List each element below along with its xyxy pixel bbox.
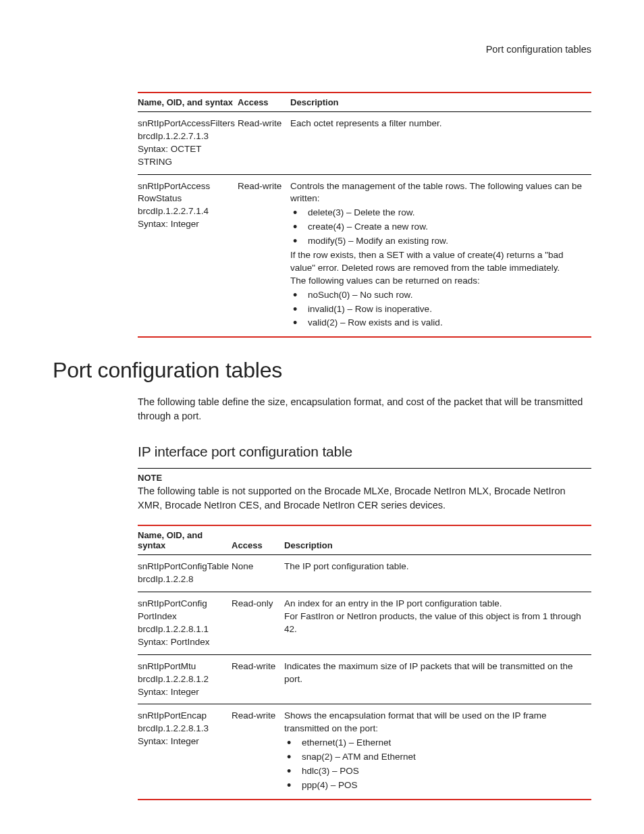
- note-block: NOTE The following table is not supporte…: [138, 468, 591, 513]
- mib-oid: brcdIp.1.2.2.8: [138, 573, 229, 586]
- cell-access: Read-write: [232, 654, 284, 704]
- list-item: snap(2) – ATM and Ethernet: [284, 751, 589, 764]
- col-header-access: Access: [232, 525, 284, 555]
- col-header-desc: Description: [284, 525, 591, 555]
- mib-syntax: Syntax: Integer: [138, 686, 229, 699]
- cell-name: snRtIpPortAccessFilters brcdIp.1.2.2.7.1…: [138, 112, 238, 175]
- desc-para: The IP port configuration table.: [284, 561, 589, 573]
- cell-name: snRtIpPortConfigTable brcdIp.1.2.2.8: [138, 555, 232, 592]
- desc-para: Each octet represents a filter number.: [290, 118, 589, 130]
- cell-access: Read-write: [238, 112, 290, 175]
- table-row: snRtIpPortAccessFilters brcdIp.1.2.2.7.1…: [138, 112, 591, 175]
- note-label: NOTE: [138, 473, 591, 483]
- list-item: hdlc(3) – POS: [284, 765, 589, 778]
- mib-name: snRtIpPortAccessRowStatus: [138, 180, 212, 206]
- mib-oid: brcdIp.1.2.2.7.1.3: [138, 130, 235, 143]
- cell-desc: The IP port configuration table.: [284, 555, 591, 592]
- desc-para: If the row exists, then a SET with a val…: [290, 249, 589, 275]
- table-1-container: Name, OID, and syntax Access Description…: [138, 92, 591, 338]
- list-item: invalid(1) – Row is inoperative.: [290, 303, 589, 316]
- table-row: snRtIpPortConfigPortIndex brcdIp.1.2.2.8…: [138, 592, 591, 655]
- mib-oid: brcdIp.1.2.2.8.1.1: [138, 623, 229, 636]
- mib-syntax: Syntax: PortIndex: [138, 636, 229, 649]
- mib-name: snRtIpPortConfigPortIndex: [138, 598, 212, 623]
- list-item: ppp(4) – POS: [284, 779, 589, 792]
- col-header-name: Name, OID, and syntax: [138, 93, 238, 112]
- cell-name: snRtIpPortMtu brcdIp.1.2.2.8.1.2 Syntax:…: [138, 654, 232, 704]
- intro-paragraph: The following table define the size, enc…: [138, 395, 591, 423]
- cell-desc: Controls the management of the table row…: [290, 174, 591, 337]
- sub-heading: IP interface port configuration table: [138, 444, 591, 460]
- mib-syntax: Syntax: Integer: [138, 218, 235, 231]
- cell-desc: Shows the encapsulation format that will…: [284, 704, 591, 800]
- mib-oid: brcdIp.1.2.2.8.1.3: [138, 723, 229, 735]
- table-row: snRtIpPortEncap brcdIp.1.2.2.8.1.3 Synta…: [138, 704, 591, 800]
- table-row: snRtIpPortAccessRowStatus brcdIp.1.2.2.7…: [138, 174, 591, 337]
- document-page: Port configuration tables Name, OID, and…: [0, 0, 644, 800]
- list-item: ethernet(1) – Ethernet: [284, 737, 589, 750]
- mib-syntax: Syntax: Integer: [138, 735, 229, 748]
- list-item: modify(5) – Modify an existing row.: [290, 235, 589, 248]
- mib-table-1: Name, OID, and syntax Access Description…: [138, 92, 591, 338]
- desc-list: ethernet(1) – Ethernet snap(2) – ATM and…: [284, 737, 589, 792]
- col-header-access: Access: [238, 93, 290, 112]
- table-header-row: Name, OID, and syntax Access Description: [138, 525, 591, 555]
- main-heading: Port configuration tables: [53, 358, 591, 383]
- mib-syntax: Syntax: OCTET STRING: [138, 143, 235, 169]
- page-header: Port configuration tables: [53, 44, 591, 55]
- desc-list: noSuch(0) – No such row. invalid(1) – Ro…: [290, 289, 589, 330]
- mib-table-2: Name, OID, and syntax Access Description…: [138, 525, 591, 800]
- table-header-row: Name, OID, and syntax Access Description: [138, 93, 591, 112]
- cell-desc: Each octet represents a filter number.: [290, 112, 591, 175]
- mib-oid: brcdIp.1.2.2.8.1.2: [138, 673, 229, 686]
- cell-access: Read-write: [232, 704, 284, 800]
- desc-list: delete(3) – Delete the row. create(4) – …: [290, 207, 589, 248]
- desc-para: Indicates the maximum size of IP packets…: [284, 660, 589, 686]
- desc-para: Shows the encapsulation format that will…: [284, 710, 589, 735]
- note-text: The following table is not supported on …: [138, 484, 591, 513]
- cell-access: Read-write: [238, 174, 290, 337]
- mib-name: snRtIpPortMtu: [138, 660, 229, 673]
- cell-name: snRtIpPortAccessRowStatus brcdIp.1.2.2.7…: [138, 174, 238, 337]
- desc-para: For FastIron or NetIron products, the va…: [284, 610, 589, 636]
- list-item: valid(2) – Row exists and is valid.: [290, 317, 589, 330]
- cell-access: None: [232, 555, 284, 592]
- table-row: snRtIpPortConfigTable brcdIp.1.2.2.8 Non…: [138, 555, 591, 592]
- desc-para: An index for an entry in the IP port con…: [284, 598, 589, 610]
- col-header-name: Name, OID, and syntax: [138, 525, 232, 555]
- cell-desc: Indicates the maximum size of IP packets…: [284, 654, 591, 704]
- list-item: create(4) – Create a new row.: [290, 221, 589, 234]
- list-item: noSuch(0) – No such row.: [290, 289, 589, 302]
- cell-access: Read-only: [232, 592, 284, 655]
- mib-name: snRtIpPortAccessFilters: [138, 118, 235, 130]
- cell-desc: An index for an entry in the IP port con…: [284, 592, 591, 655]
- table-row: snRtIpPortMtu brcdIp.1.2.2.8.1.2 Syntax:…: [138, 654, 591, 704]
- section-body: The following table define the size, enc…: [138, 395, 591, 800]
- mib-oid: brcdIp.1.2.2.7.1.4: [138, 205, 235, 218]
- desc-para: The following values can be returned on …: [290, 275, 589, 288]
- cell-name: snRtIpPortEncap brcdIp.1.2.2.8.1.3 Synta…: [138, 704, 232, 800]
- mib-name: snRtIpPortEncap: [138, 710, 229, 723]
- mib-name: snRtIpPortConfigTable: [138, 561, 229, 573]
- cell-name: snRtIpPortConfigPortIndex brcdIp.1.2.2.8…: [138, 592, 232, 655]
- list-item: delete(3) – Delete the row.: [290, 207, 589, 219]
- desc-para: Controls the management of the table row…: [290, 180, 589, 206]
- col-header-desc: Description: [290, 93, 591, 112]
